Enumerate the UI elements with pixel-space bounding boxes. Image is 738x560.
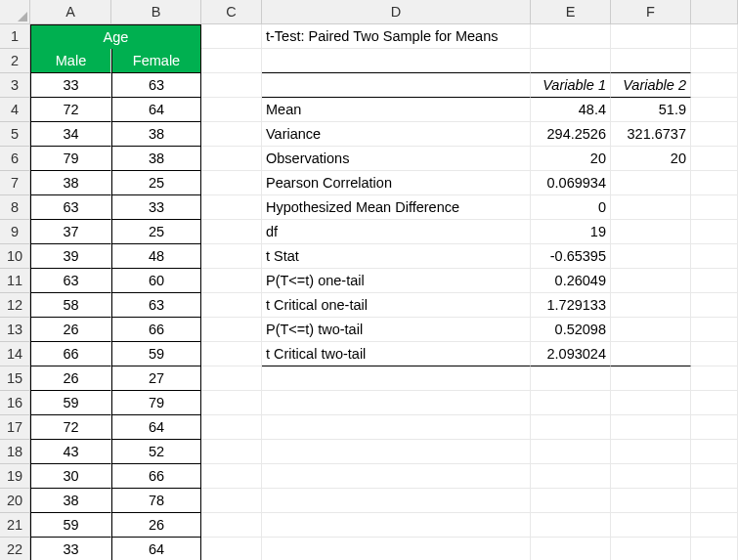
cell-B11[interactable]: 60 <box>111 269 201 293</box>
row-header-8[interactable]: 8 <box>0 195 30 220</box>
cell-C22[interactable] <box>201 538 262 560</box>
cell-C14[interactable] <box>201 342 262 366</box>
row-header-7[interactable]: 7 <box>0 171 30 195</box>
row-header-12[interactable]: 12 <box>0 293 30 318</box>
cell-D3[interactable] <box>262 73 531 98</box>
cell-G7[interactable] <box>691 171 738 195</box>
cell-C8[interactable] <box>201 195 262 220</box>
cell-A14[interactable]: 66 <box>30 342 111 366</box>
cell-B12[interactable]: 63 <box>111 293 201 318</box>
cell-D18[interactable] <box>262 440 531 464</box>
cell-B3[interactable]: 63 <box>111 73 201 98</box>
row-header-2[interactable]: 2 <box>0 49 30 73</box>
cell-B17[interactable]: 64 <box>111 415 201 440</box>
cell-C15[interactable] <box>201 366 262 391</box>
row-header-10[interactable]: 10 <box>0 244 30 269</box>
select-all-corner[interactable] <box>0 0 30 24</box>
cell-C10[interactable] <box>201 244 262 269</box>
cell-G9[interactable] <box>691 220 738 244</box>
cell-F16[interactable] <box>611 391 691 415</box>
cell-F18[interactable] <box>611 440 691 464</box>
cell-D16[interactable] <box>262 391 531 415</box>
cell-E2[interactable] <box>531 49 611 73</box>
cell-G1[interactable] <box>691 24 738 49</box>
cell-C2[interactable] <box>201 49 262 73</box>
cell-G8[interactable] <box>691 195 738 220</box>
cell-B7[interactable]: 25 <box>111 171 201 195</box>
cell-C18[interactable] <box>201 440 262 464</box>
spreadsheet-grid[interactable]: ABCDEF1Aget-Test: Paired Two Sample for … <box>0 0 738 560</box>
cell-C17[interactable] <box>201 415 262 440</box>
cell-B14[interactable]: 59 <box>111 342 201 366</box>
cell-F21[interactable] <box>611 513 691 538</box>
cell-A18[interactable]: 43 <box>30 440 111 464</box>
row-header-20[interactable]: 20 <box>0 489 30 513</box>
cell-G6[interactable] <box>691 147 738 171</box>
cell-D15[interactable] <box>262 366 531 391</box>
cell-B4[interactable]: 64 <box>111 98 201 122</box>
cell-C6[interactable] <box>201 147 262 171</box>
cell-A20[interactable]: 38 <box>30 489 111 513</box>
cell-B8[interactable]: 33 <box>111 195 201 220</box>
column-header-D[interactable]: D <box>262 0 531 24</box>
cell-G16[interactable] <box>691 391 738 415</box>
cell-G14[interactable] <box>691 342 738 366</box>
column-header-B[interactable]: B <box>111 0 201 24</box>
cell-D19[interactable] <box>262 464 531 489</box>
cell-A17[interactable]: 72 <box>30 415 111 440</box>
cell-B6[interactable]: 38 <box>111 147 201 171</box>
cell-B22[interactable]: 64 <box>111 538 201 560</box>
cell-B13[interactable]: 66 <box>111 318 201 342</box>
cell-G11[interactable] <box>691 269 738 293</box>
cell-B19[interactable]: 66 <box>111 464 201 489</box>
cell-C11[interactable] <box>201 269 262 293</box>
cell-F2[interactable] <box>611 49 691 73</box>
cell-G2[interactable] <box>691 49 738 73</box>
cell-B16[interactable]: 79 <box>111 391 201 415</box>
cell-A16[interactable]: 59 <box>30 391 111 415</box>
cell-C12[interactable] <box>201 293 262 318</box>
row-header-22[interactable]: 22 <box>0 538 30 560</box>
cell-C7[interactable] <box>201 171 262 195</box>
cell-G17[interactable] <box>691 415 738 440</box>
cell-F17[interactable] <box>611 415 691 440</box>
cell-C16[interactable] <box>201 391 262 415</box>
cell-E15[interactable] <box>531 366 611 391</box>
row-header-14[interactable]: 14 <box>0 342 30 366</box>
row-header-13[interactable]: 13 <box>0 318 30 342</box>
cell-G4[interactable] <box>691 98 738 122</box>
cell-F20[interactable] <box>611 489 691 513</box>
cell-B5[interactable]: 38 <box>111 122 201 147</box>
cell-D22[interactable] <box>262 538 531 560</box>
cell-C1[interactable] <box>201 24 262 49</box>
cell-A12[interactable]: 58 <box>30 293 111 318</box>
cell-E19[interactable] <box>531 464 611 489</box>
cell-C9[interactable] <box>201 220 262 244</box>
cell-A8[interactable]: 63 <box>30 195 111 220</box>
cell-D20[interactable] <box>262 489 531 513</box>
row-header-1[interactable]: 1 <box>0 24 30 49</box>
cell-E22[interactable] <box>531 538 611 560</box>
row-header-18[interactable]: 18 <box>0 440 30 464</box>
cell-B21[interactable]: 26 <box>111 513 201 538</box>
cell-C19[interactable] <box>201 464 262 489</box>
cell-A6[interactable]: 79 <box>30 147 111 171</box>
row-header-3[interactable]: 3 <box>0 73 30 98</box>
cell-A15[interactable]: 26 <box>30 366 111 391</box>
cell-E1[interactable] <box>531 24 611 49</box>
cell-G19[interactable] <box>691 464 738 489</box>
cell-G15[interactable] <box>691 366 738 391</box>
cell-A10[interactable]: 39 <box>30 244 111 269</box>
cell-A22[interactable]: 33 <box>30 538 111 560</box>
cell-E21[interactable] <box>531 513 611 538</box>
column-header-E[interactable]: E <box>531 0 611 24</box>
cell-G10[interactable] <box>691 244 738 269</box>
cell-G3[interactable] <box>691 73 738 98</box>
cell-G20[interactable] <box>691 489 738 513</box>
cell-F15[interactable] <box>611 366 691 391</box>
cell-G22[interactable] <box>691 538 738 560</box>
cell-B15[interactable]: 27 <box>111 366 201 391</box>
cell-C21[interactable] <box>201 513 262 538</box>
cell-C20[interactable] <box>201 489 262 513</box>
cell-C13[interactable] <box>201 318 262 342</box>
